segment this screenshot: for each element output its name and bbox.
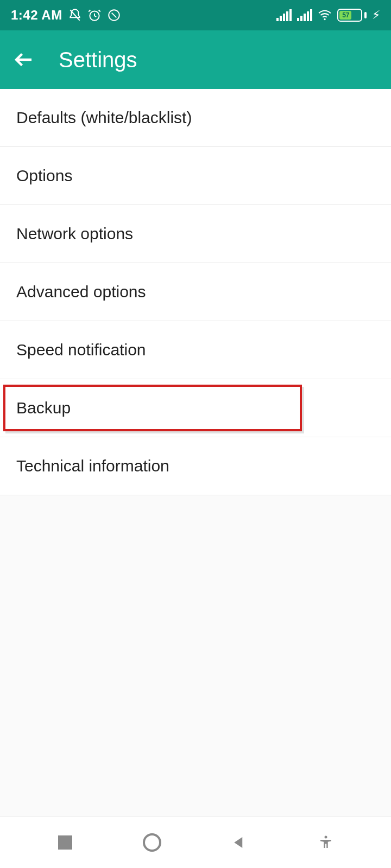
status-clock: 1:42 AM — [11, 8, 62, 23]
accessibility-icon — [318, 834, 334, 851]
nav-accessibility-button[interactable] — [313, 829, 339, 856]
settings-item-label: Defaults (white/blacklist) — [16, 108, 192, 127]
app-bar: Settings — [0, 30, 391, 89]
triangle-left-icon — [231, 834, 247, 851]
settings-item-label: Backup — [16, 399, 71, 417]
settings-item-network-options[interactable]: Network options — [0, 205, 391, 263]
circle-icon — [143, 833, 161, 852]
signal-1-icon — [276, 9, 292, 21]
settings-item-label: Technical information — [16, 457, 169, 475]
battery-percent: 57 — [342, 11, 349, 19]
settings-item-technical-information[interactable]: Technical information — [0, 437, 391, 495]
status-bar: 1:42 AM 57 ⚡︎ — [0, 0, 391, 30]
notifications-off-icon — [68, 8, 82, 22]
signal-2-icon — [297, 9, 312, 21]
settings-item-speed-notification[interactable]: Speed notification — [0, 321, 391, 379]
alarm-icon — [87, 8, 102, 22]
svg-point-3 — [324, 18, 325, 20]
settings-item-defaults[interactable]: Defaults (white/blacklist) — [0, 89, 391, 147]
dnd-icon — [107, 8, 121, 22]
charging-icon: ⚡︎ — [372, 8, 380, 22]
svg-point-4 — [325, 835, 327, 838]
settings-item-label: Options — [16, 167, 72, 185]
page-title: Settings — [59, 48, 137, 72]
back-button[interactable] — [11, 47, 37, 73]
square-icon — [58, 835, 72, 850]
settings-item-options[interactable]: Options — [0, 147, 391, 205]
battery-indicator: 57 — [337, 9, 367, 22]
settings-list: Defaults (white/blacklist) Options Netwo… — [0, 89, 391, 495]
nav-recents-button[interactable] — [52, 829, 78, 856]
nav-back-button[interactable] — [226, 829, 252, 856]
status-right: 57 ⚡︎ — [276, 8, 380, 22]
settings-item-label: Advanced options — [16, 283, 146, 301]
settings-item-label: Speed notification — [16, 341, 146, 359]
settings-item-backup[interactable]: Backup — [0, 379, 391, 437]
nav-home-button[interactable] — [139, 829, 165, 856]
settings-item-label: Network options — [16, 225, 133, 243]
settings-item-advanced-options[interactable]: Advanced options — [0, 263, 391, 321]
wifi-icon — [318, 8, 332, 22]
status-left: 1:42 AM — [11, 8, 121, 23]
navigation-bar — [0, 816, 391, 868]
